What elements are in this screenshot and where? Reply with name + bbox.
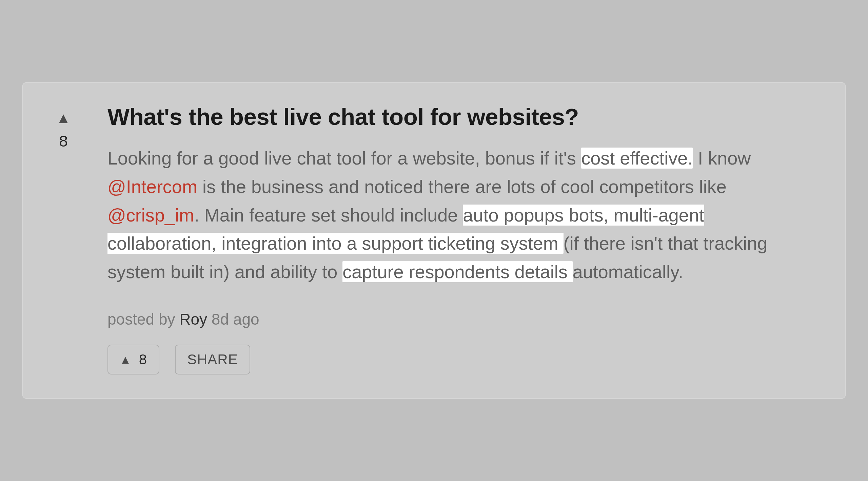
body-text: I know <box>693 148 751 168</box>
upvote-button-count: 8 <box>139 351 147 368</box>
post-content: What's the best live chat tool for websi… <box>107 103 815 374</box>
highlight-cost-effective: cost effective. <box>581 148 693 169</box>
upvote-icon: ▲ <box>120 354 132 365</box>
mention-intercom[interactable]: @Intercom <box>107 176 197 197</box>
mention-crisp-im[interactable]: @crisp_im <box>107 205 194 225</box>
body-text: automatically. <box>573 262 683 282</box>
body-text: . Main feature set should include <box>194 205 463 225</box>
upvote-button[interactable]: ▲ 8 <box>107 345 159 374</box>
body-text: is the business and noticed there are lo… <box>197 176 727 197</box>
share-button-label: SHARE <box>187 351 238 368</box>
post-actions: ▲ 8 SHARE <box>107 345 815 374</box>
vote-count: 8 <box>59 132 68 150</box>
share-button[interactable]: SHARE <box>175 345 250 374</box>
highlight-capture: capture respondents details <box>342 261 572 282</box>
post-title: What's the best live chat tool for websi… <box>107 103 815 131</box>
post-body: Looking for a good live chat tool for a … <box>107 144 815 286</box>
post-card: ▲ 8 What's the best live chat tool for w… <box>22 82 846 399</box>
vote-column: ▲ 8 <box>43 103 84 374</box>
meta-time: 8d ago <box>207 310 259 328</box>
upvote-icon[interactable]: ▲ <box>56 111 71 126</box>
post-author[interactable]: Roy <box>179 310 207 328</box>
body-text: Looking for a good live chat tool for a … <box>107 148 581 168</box>
meta-prefix: posted by <box>107 310 179 328</box>
post-meta: posted by Roy 8d ago <box>107 310 815 328</box>
